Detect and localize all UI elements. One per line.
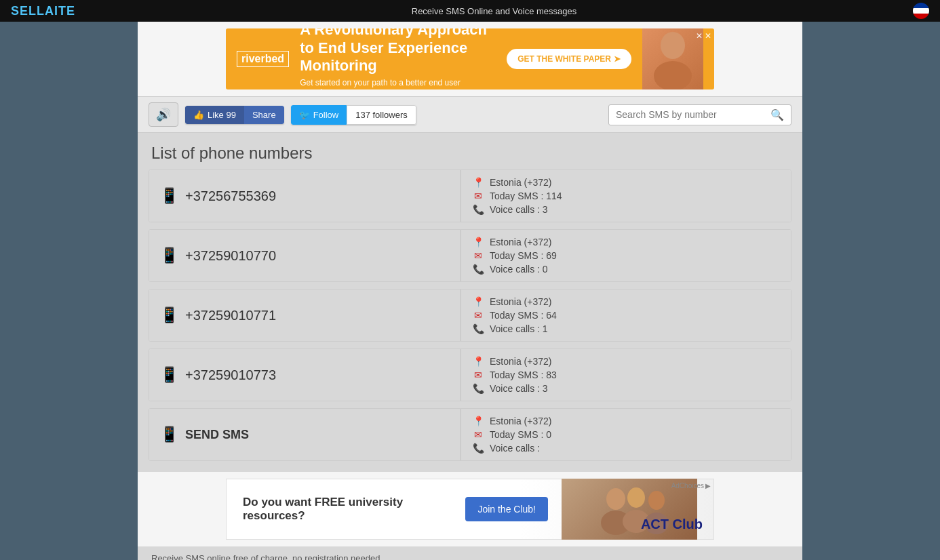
ad-headline: A Revolutionary Approach to End User Exp…	[300, 28, 496, 75]
phone-number-link[interactable]: 📱 +37259010773	[149, 349, 461, 401]
ad-top-banner: riverbed A Revolutionary Approach to End…	[138, 22, 802, 96]
site-logo[interactable]: SELLAITE	[11, 4, 75, 18]
phone-country: 📍 Estonia (+372)	[472, 177, 780, 188]
voice-text: Voice calls :	[490, 443, 540, 454]
sms-text: Today SMS : 69	[490, 250, 557, 261]
logo-text: SELLAITE	[11, 4, 75, 18]
sms-icon: ✉	[472, 191, 484, 201]
language-flag[interactable]	[913, 3, 929, 19]
phone-number-text: +37259010770	[185, 248, 276, 264]
voice-text: Voice calls : 1	[490, 323, 548, 334]
sms-text: Today SMS : 64	[490, 310, 557, 321]
sms-icon: ✉	[472, 429, 484, 440]
send-sms-country: 📍 Estonia (+372)	[472, 416, 780, 426]
svg-point-1	[654, 61, 692, 89]
voice-text: Voice calls : 3	[490, 383, 548, 394]
voice-icon: 📞	[472, 383, 484, 394]
voice-icon: 📞	[472, 264, 484, 275]
phone-icon: 📱	[160, 306, 178, 324]
phone-voice-count: 📞 Voice calls : 3	[472, 383, 780, 394]
ad-bottom-headline: Do you want FREE university resources?	[243, 496, 452, 523]
tw-followers-label: 137 followers	[355, 110, 408, 120]
ad-bottom-cta-button[interactable]: Join the Club!	[465, 497, 548, 521]
ad-close-button[interactable]: ✕ ✕	[696, 31, 711, 41]
country-text: Estonia (+372)	[490, 296, 551, 307]
sms-text: Today SMS : 0	[490, 429, 551, 440]
twitter-followers-button[interactable]: 137 followers	[347, 105, 416, 125]
phone-sms-count: ✉ Today SMS : 83	[472, 369, 780, 380]
send-sms-details: 📍 Estonia (+372) ✉ Today SMS : 0 📞 Voice…	[461, 409, 791, 460]
top-bar: SELLAITE Receive SMS Online and Voice me…	[0, 0, 940, 22]
send-sms-voice-count: 📞 Voice calls :	[472, 443, 780, 454]
phone-icon: 📱	[160, 247, 178, 264]
main-container: riverbed A Revolutionary Approach to End…	[138, 22, 802, 560]
ad-bottom-inner[interactable]: AdChoices ▶ Do you want FREE university …	[226, 479, 714, 540]
ad-cta-button[interactable]: GET THE WHITE PAPER ➤	[507, 49, 631, 69]
page-title: List of phone numbers	[151, 144, 789, 163]
phone-voice-count: 📞 Voice calls : 1	[472, 323, 780, 334]
bottom-text-content: Receive SMS online free of charge, no re…	[151, 553, 380, 560]
phone-number-text: +37259010773	[185, 367, 276, 383]
phone-country: 📍 Estonia (+372)	[472, 237, 780, 247]
svg-point-0	[661, 32, 685, 59]
voice-text: Voice calls : 3	[490, 204, 548, 215]
fb-like-label: Like 99	[208, 110, 236, 120]
location-icon: 📍	[472, 296, 484, 307]
sms-icon: ✉	[472, 369, 484, 380]
ad-choices-text: AdChoices	[671, 482, 704, 489]
phone-details: 📍 Estonia (+372) ✉ Today SMS : 69 📞 Voic…	[461, 230, 791, 281]
toolbar: 🔊 👍 Like 99 Share 🐦 Follow 137 followers	[138, 96, 802, 133]
twitter-follow-button[interactable]: 🐦 Follow	[291, 105, 347, 125]
search-icon[interactable]: 🔍	[770, 108, 784, 121]
location-icon: 📍	[472, 177, 484, 188]
phone-voice-count: 📞 Voice calls : 0	[472, 264, 780, 275]
ad-cta-text: GET THE WHITE PAPER	[517, 54, 611, 64]
ad-brand: riverbed	[237, 51, 289, 67]
phone-sms-count: ✉ Today SMS : 64	[472, 310, 780, 321]
sms-icon: ✉	[472, 250, 484, 261]
svg-point-2	[606, 488, 625, 510]
top-message: Receive SMS Online and Voice messages	[412, 6, 577, 16]
country-text: Estonia (+372)	[490, 237, 551, 247]
send-sms-button[interactable]: 📱 SEND SMS	[149, 409, 461, 460]
phone-number-link[interactable]: 📱 +37259010771	[149, 289, 461, 341]
ad-text: A Revolutionary Approach to End User Exp…	[300, 28, 496, 89]
phone-row: 📱 +37259010771 📍 Estonia (+372) ✉ Today …	[149, 289, 791, 342]
facebook-share-button[interactable]: Share	[244, 106, 284, 124]
bottom-text: Receive SMS online free of charge, no re…	[138, 546, 802, 560]
fb-thumb-icon: 👍	[193, 110, 204, 120]
search-input[interactable]	[616, 109, 765, 120]
voice-icon: 📞	[472, 204, 484, 215]
phone-number-text: +37259010771	[185, 308, 276, 323]
ad-top-inner[interactable]: riverbed A Revolutionary Approach to End…	[226, 28, 714, 89]
svg-point-6	[648, 491, 665, 510]
phone-voice-count: 📞 Voice calls : 3	[472, 204, 780, 215]
svg-point-4	[627, 487, 645, 508]
phone-icon: 📱	[160, 426, 178, 443]
ad-choices-label: AdChoices ▶	[671, 482, 711, 489]
phone-sms-count: ✉ Today SMS : 114	[472, 191, 780, 201]
sms-text: Today SMS : 114	[490, 191, 562, 201]
phone-details: 📍 Estonia (+372) ✉ Today SMS : 64 📞 Voic…	[461, 289, 791, 341]
phone-row: 📱 +37259010770 📍 Estonia (+372) ✉ Today …	[149, 229, 791, 282]
ad-choices-icon: ▶	[705, 482, 711, 489]
twitter-group: 🐦 Follow 137 followers	[291, 105, 416, 125]
sms-icon: ✉	[472, 310, 484, 321]
location-icon: 📍	[472, 237, 484, 247]
send-sms-label: SEND SMS	[185, 428, 249, 442]
voice-icon: 📞	[472, 443, 484, 454]
ad-bottom-text: Do you want FREE university resources?	[243, 496, 452, 523]
send-sms-sms-count: ✉ Today SMS : 0	[472, 429, 780, 440]
facebook-like-button[interactable]: 👍 Like 99	[185, 106, 244, 124]
phone-details: 📍 Estonia (+372) ✉ Today SMS : 83 📞 Voic…	[461, 349, 791, 401]
sound-button[interactable]: 🔊	[149, 102, 178, 127]
phone-number-text: +37256755369	[185, 188, 276, 204]
phone-number-link[interactable]: 📱 +37256755369	[149, 170, 461, 222]
ad-person-image	[642, 28, 703, 89]
voice-text: Voice calls : 0	[490, 264, 548, 275]
ad-bottom-banner: AdChoices ▶ Do you want FREE university …	[138, 472, 802, 546]
ad-brand-logo: riverbed	[237, 51, 289, 67]
phone-row: 📱 +37259010773 📍 Estonia (+372) ✉ Today …	[149, 348, 791, 401]
phone-number-link[interactable]: 📱 +37259010770	[149, 230, 461, 281]
country-text: Estonia (+372)	[490, 356, 551, 367]
